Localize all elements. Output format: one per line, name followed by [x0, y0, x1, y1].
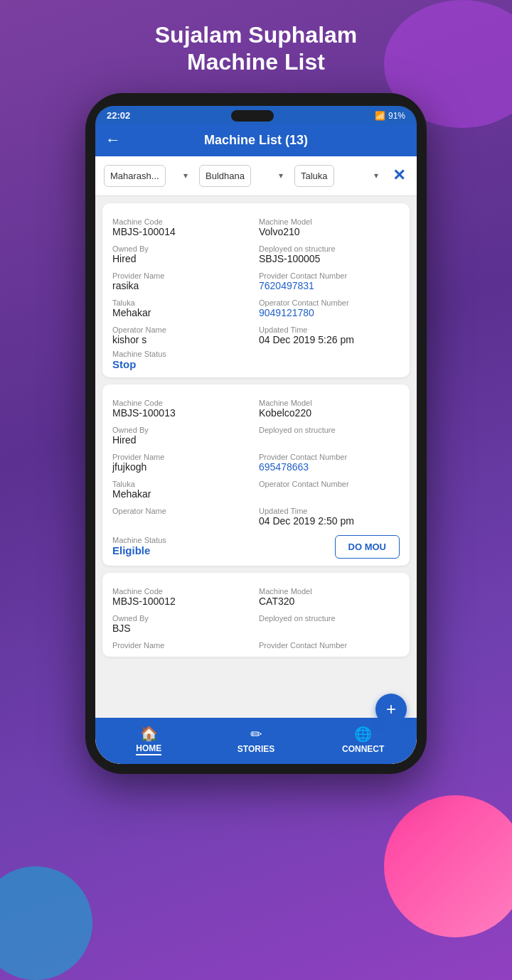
- battery-text: 91%: [388, 111, 405, 121]
- provider-name-label-3: Provider Name: [112, 641, 253, 650]
- taluka-filter-wrapper: Taluka: [294, 165, 384, 187]
- machine-model-value-3: CAT320: [259, 596, 400, 607]
- cards-container: Machine Code MBJS-100014 Machine Model V…: [95, 196, 417, 718]
- nav-label-home: HOME: [136, 743, 161, 755]
- fab-add-button[interactable]: +: [375, 694, 407, 725]
- phone-screen: ← Machine List (13) Maharash... Buldhana…: [95, 124, 417, 764]
- state-filter[interactable]: Maharash...: [104, 165, 166, 187]
- provider-name-label-2: Provider Name: [112, 453, 253, 461]
- machine-card-2: Machine Code MBJS-100013 Machine Model K…: [102, 384, 410, 566]
- taluka-value-1: Mehakar: [112, 307, 253, 318]
- machine-code-label-3: Machine Code: [112, 587, 253, 596]
- updated-time-value-2: 04 Dec 2019 2:50 pm: [259, 515, 400, 527]
- deployed-label-2: Deployed on structure: [259, 426, 400, 434]
- updated-time-label-2: Updated Time: [259, 507, 400, 515]
- deployed-label-1: Deployed on structure: [259, 244, 400, 253]
- notch-area: [130, 110, 375, 122]
- back-button[interactable]: ←: [105, 131, 121, 149]
- page-title: Sujalam Suphalam Machine List: [155, 21, 358, 76]
- provider-contact-label-3: Provider Contact Number: [259, 641, 400, 650]
- bottom-nav: 🏠 HOME ✏ STORIES 🌐 CONNECT: [95, 718, 417, 764]
- filter-row: Maharash... Buldhana Taluka ✕: [95, 156, 417, 196]
- machine-code-label-1: Machine Code: [112, 217, 253, 226]
- status-bar: 22:02 📶 91%: [95, 106, 417, 124]
- phone-frame: 22:02 📶 91% ← Machine List (13) Maharash…: [85, 93, 427, 774]
- owned-by-value-3: BJS: [112, 623, 253, 634]
- nav-item-home[interactable]: 🏠 HOME: [95, 725, 203, 755]
- app-bar: ← Machine List (13): [95, 124, 417, 156]
- nav-label-connect: CONNECT: [342, 744, 384, 754]
- connect-icon: 🌐: [354, 726, 372, 743]
- nav-item-stories[interactable]: ✏ STORIES: [203, 726, 310, 754]
- taluka-filter[interactable]: Taluka: [294, 165, 334, 187]
- state-filter-wrapper: Maharash...: [104, 165, 193, 187]
- machine-model-label-2: Machine Model: [259, 399, 400, 407]
- home-icon: 🏠: [140, 725, 158, 742]
- machine-code-value-2: MBJS-100013: [112, 407, 253, 419]
- machine-card-1: Machine Code MBJS-100014 Machine Model V…: [102, 203, 410, 377]
- status-label-2: Machine Status: [112, 536, 166, 544]
- stories-icon: ✏: [250, 726, 262, 743]
- operator-name-label-1: Operator Name: [112, 325, 253, 334]
- machine-model-label-3: Machine Model: [259, 587, 400, 596]
- operator-name-value-1: kishor s: [112, 334, 253, 345]
- do-mou-button[interactable]: DO MOU: [335, 535, 400, 559]
- owned-by-value-1: Hired: [112, 253, 253, 264]
- provider-contact-label-1: Provider Contact Number: [259, 271, 400, 280]
- provider-contact-value-2[interactable]: 695478663: [259, 461, 400, 473]
- deployed-label-3: Deployed on structure: [259, 614, 400, 623]
- taluka-value-2: Mehakar: [112, 488, 253, 500]
- machine-model-value-2: Kobelco220: [259, 407, 400, 419]
- taluka-label-2: Taluka: [112, 480, 253, 488]
- owned-by-label-1: Owned By: [112, 244, 253, 253]
- machine-code-value-3: MBJS-100012: [112, 596, 253, 607]
- district-filter-wrapper: Buldhana: [199, 165, 289, 187]
- clear-filter-button[interactable]: ✕: [390, 166, 408, 185]
- card-2-bottom: Machine Status Eligible DO MOU: [112, 529, 400, 559]
- machine-model-value-1: Volvo210: [259, 226, 400, 237]
- app-bar-title: Machine List (13): [204, 133, 308, 148]
- machine-card-3: Machine Code MBJS-100012 Machine Model C…: [102, 573, 410, 657]
- operator-contact-label-1: Operator Contact Number: [259, 298, 400, 307]
- notch-pill: [231, 110, 274, 122]
- owned-by-label-3: Owned By: [112, 614, 253, 623]
- operator-name-label-2: Operator Name: [112, 507, 253, 515]
- status-icons: 📶 91%: [375, 111, 405, 121]
- provider-name-value-1: rasika: [112, 280, 253, 291]
- machine-code-value-1: MBJS-100014: [112, 226, 253, 237]
- district-filter[interactable]: Buldhana: [199, 165, 251, 187]
- deployed-value-1: SBJS-100005: [259, 253, 400, 264]
- machine-code-label-2: Machine Code: [112, 399, 253, 407]
- updated-time-label-1: Updated Time: [259, 325, 400, 334]
- status-label-1: Machine Status: [112, 350, 400, 358]
- owned-by-label-2: Owned By: [112, 426, 253, 434]
- provider-contact-value-1[interactable]: 7620497831: [259, 280, 400, 291]
- updated-time-value-1: 04 Dec 2019 5:26 pm: [259, 334, 400, 345]
- machine-status-value-1: Stop: [112, 358, 400, 370]
- provider-name-label-1: Provider Name: [112, 271, 253, 280]
- operator-contact-label-2: Operator Contact Number: [259, 480, 400, 488]
- provider-contact-label-2: Provider Contact Number: [259, 453, 400, 461]
- wifi-icon: 📶: [375, 111, 385, 121]
- machine-model-label-1: Machine Model: [259, 217, 400, 226]
- status-time: 22:02: [107, 110, 130, 121]
- taluka-label-1: Taluka: [112, 298, 253, 307]
- operator-contact-value-1[interactable]: 9049121780: [259, 307, 400, 318]
- provider-name-value-2: jfujkogh: [112, 461, 253, 473]
- nav-label-stories: STORIES: [238, 744, 274, 754]
- machine-status-value-2: Eligible: [112, 544, 166, 556]
- nav-item-connect[interactable]: 🌐 CONNECT: [309, 726, 417, 754]
- owned-by-value-2: Hired: [112, 434, 253, 446]
